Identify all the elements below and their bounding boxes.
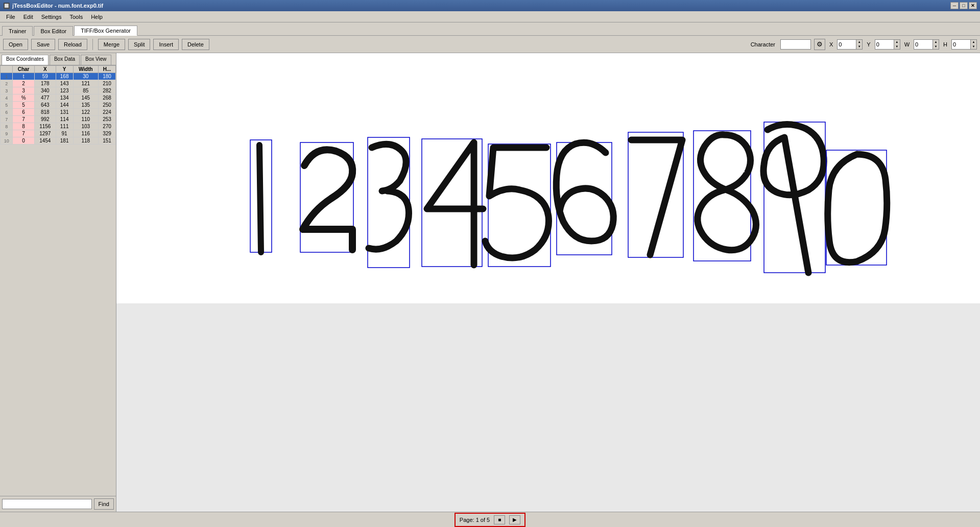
y-spinner[interactable]: ▲ ▼ bbox=[875, 39, 900, 50]
open-button[interactable]: Open bbox=[3, 39, 28, 50]
row-char: 0 bbox=[13, 137, 35, 145]
row-h: 151 bbox=[99, 137, 116, 145]
row-x: 178 bbox=[34, 80, 56, 87]
row-y: 123 bbox=[56, 87, 73, 94]
row-width: 85 bbox=[73, 87, 99, 94]
y-input[interactable] bbox=[875, 39, 894, 50]
row-width: 110 bbox=[73, 116, 99, 123]
subtab-box-view[interactable]: Box View bbox=[81, 55, 111, 65]
row-y: 143 bbox=[56, 80, 73, 87]
row-x: 992 bbox=[34, 116, 56, 123]
x-spin-down[interactable]: ▼ bbox=[856, 44, 862, 49]
row-num: 8 bbox=[1, 123, 13, 130]
x-spin-up[interactable]: ▲ bbox=[856, 40, 862, 44]
table-row[interactable]: 8 8 1156 111 103 270 bbox=[1, 123, 116, 130]
table-row[interactable]: 1 t 59 168 30 180 bbox=[1, 73, 116, 80]
menu-settings[interactable]: Settings bbox=[37, 13, 66, 21]
col-num bbox=[1, 66, 13, 73]
row-h: 180 bbox=[99, 73, 116, 80]
next-page-button[interactable]: ▶ bbox=[509, 515, 520, 524]
maximize-button[interactable]: □ bbox=[960, 2, 968, 9]
left-panel: Box Coordinates Box Data Box View Char X… bbox=[0, 53, 116, 512]
merge-button[interactable]: Merge bbox=[98, 39, 125, 50]
h-spin-down[interactable]: ▼ bbox=[971, 44, 976, 49]
row-char: 5 bbox=[13, 102, 35, 109]
row-y: 134 bbox=[56, 94, 73, 102]
row-num: 1 bbox=[1, 73, 13, 80]
row-x: 59 bbox=[34, 73, 56, 80]
insert-button[interactable]: Insert bbox=[153, 39, 179, 50]
row-width: 121 bbox=[73, 80, 99, 87]
titlebar-title: jTessBoxEditor - num.font.exp0.tif bbox=[12, 3, 103, 9]
find-input[interactable] bbox=[2, 499, 92, 509]
subtab-box-coordinates[interactable]: Box Coordinates bbox=[2, 55, 49, 65]
table-row[interactable]: 3 3 340 123 85 282 bbox=[1, 87, 116, 94]
row-num: 9 bbox=[1, 130, 13, 137]
x-spin-btns[interactable]: ▲ ▼ bbox=[856, 39, 863, 50]
row-num: 3 bbox=[1, 87, 13, 94]
row-x: 1454 bbox=[34, 137, 56, 145]
menu-tools[interactable]: Tools bbox=[65, 13, 87, 21]
w-spin-btns[interactable]: ▲ ▼ bbox=[933, 39, 939, 50]
table-row[interactable]: 4 % 477 134 145 268 bbox=[1, 94, 116, 102]
tab-box-editor[interactable]: Box Editor bbox=[34, 26, 73, 36]
menu-file[interactable]: File bbox=[2, 13, 19, 21]
h-spin-btns[interactable]: ▲ ▼ bbox=[971, 39, 977, 50]
y-spin-btns[interactable]: ▲ ▼ bbox=[894, 39, 900, 50]
table-row[interactable]: 9 7 1297 91 116 329 bbox=[1, 130, 116, 137]
box-table: Char X Y Width H... 1 t 59 168 30 180 2 … bbox=[0, 65, 116, 145]
tabbar: Trainer Box Editor TIFF/Box Generator bbox=[0, 22, 980, 36]
prev-page-button[interactable]: ■ bbox=[494, 515, 505, 524]
character-label: Character bbox=[751, 41, 775, 47]
find-button[interactable]: Find bbox=[94, 498, 114, 510]
row-width: 118 bbox=[73, 137, 99, 145]
w-spinner[interactable]: ▲ ▼ bbox=[914, 39, 939, 50]
row-y: 168 bbox=[56, 73, 73, 80]
row-width: 145 bbox=[73, 94, 99, 102]
row-num: 4 bbox=[1, 94, 13, 102]
subtab-box-data[interactable]: Box Data bbox=[50, 55, 80, 65]
w-input[interactable] bbox=[914, 39, 933, 50]
x-label: X bbox=[829, 41, 833, 47]
canvas-area bbox=[116, 53, 980, 512]
row-x: 340 bbox=[34, 87, 56, 94]
table-row[interactable]: 2 2 178 143 121 210 bbox=[1, 80, 116, 87]
minimize-button[interactable]: ─ bbox=[950, 2, 959, 9]
y-spin-up[interactable]: ▲ bbox=[894, 40, 900, 44]
row-width: 122 bbox=[73, 109, 99, 116]
digits-container bbox=[116, 53, 980, 303]
reload-button[interactable]: Reload bbox=[58, 39, 87, 50]
menu-edit[interactable]: Edit bbox=[19, 13, 37, 21]
w-spin-up[interactable]: ▲ bbox=[933, 40, 939, 44]
table-row[interactable]: 10 0 1454 181 118 151 bbox=[1, 137, 116, 145]
row-h: 224 bbox=[99, 109, 116, 116]
table-row[interactable]: 7 7 992 114 110 253 bbox=[1, 116, 116, 123]
table-row[interactable]: 5 5 643 144 135 250 bbox=[1, 102, 116, 109]
row-x: 477 bbox=[34, 94, 56, 102]
character-input[interactable] bbox=[780, 39, 811, 50]
tab-trainer[interactable]: Trainer bbox=[2, 26, 33, 36]
row-h: 210 bbox=[99, 80, 116, 87]
x-spinner[interactable]: 0 ▲ ▼ bbox=[837, 39, 863, 50]
menubar: File Edit Settings Tools Help bbox=[0, 11, 980, 22]
table-row[interactable]: 6 6 818 131 122 224 bbox=[1, 109, 116, 116]
x-input[interactable]: 0 bbox=[837, 39, 856, 50]
tab-tiff-generator[interactable]: TIFF/Box Generator bbox=[74, 26, 137, 36]
h-spin-up[interactable]: ▲ bbox=[971, 40, 976, 44]
split-button[interactable]: Split bbox=[128, 39, 150, 50]
titlebar-controls[interactable]: ─ □ ✕ bbox=[950, 2, 977, 9]
h-spinner[interactable]: ▲ ▼ bbox=[951, 39, 977, 50]
y-spin-down[interactable]: ▼ bbox=[894, 44, 900, 49]
menu-help[interactable]: Help bbox=[87, 13, 107, 21]
row-char: 8 bbox=[13, 123, 35, 130]
row-h: 250 bbox=[99, 102, 116, 109]
gear-button[interactable]: ⚙ bbox=[814, 39, 825, 50]
delete-button[interactable]: Delete bbox=[182, 39, 209, 50]
toolbar: Open Save Reload Merge Split Insert Dele… bbox=[0, 36, 980, 53]
page-label: Page: 1 of 5 bbox=[460, 517, 490, 523]
close-button[interactable]: ✕ bbox=[969, 2, 977, 9]
row-y: 114 bbox=[56, 116, 73, 123]
h-input[interactable] bbox=[951, 39, 971, 50]
w-spin-down[interactable]: ▼ bbox=[933, 44, 939, 49]
save-button[interactable]: Save bbox=[31, 39, 55, 50]
